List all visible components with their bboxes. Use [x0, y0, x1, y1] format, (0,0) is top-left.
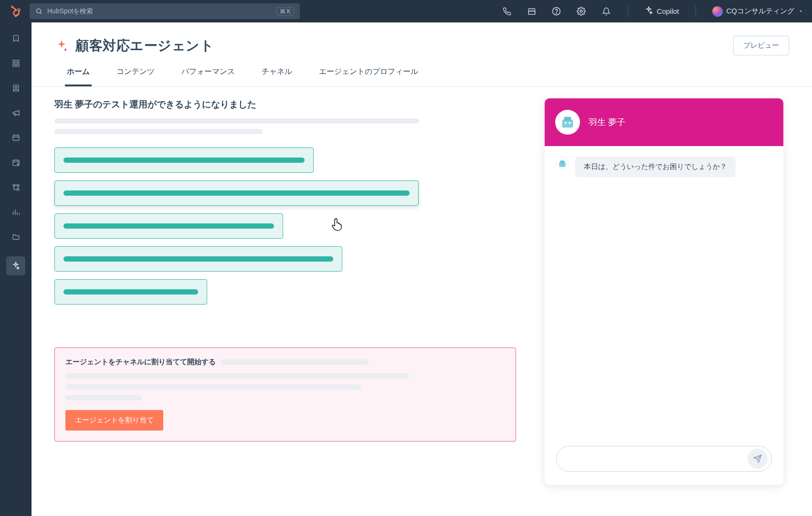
svg-point-25: [565, 122, 567, 124]
assign-agent-button[interactable]: エージェントを割り当て: [65, 410, 163, 431]
global-search[interactable]: HubSpotを検索 ⌘ K: [30, 3, 300, 19]
suggestion-pill[interactable]: [54, 147, 314, 173]
sparkle-icon: [644, 6, 653, 16]
suggestion-pill[interactable]: [54, 180, 419, 206]
chevron-down-icon: [798, 7, 803, 15]
chat-header: 羽生 夢子: [545, 98, 783, 146]
chat-input[interactable]: [556, 446, 772, 472]
svg-rect-24: [564, 117, 571, 121]
suggestion-skeleton-bar: [63, 223, 274, 229]
tab-home[interactable]: ホーム: [65, 67, 92, 86]
left-column: 羽生 夢子のテスト運用ができるようになりました エージェントをチャネルに割り当て…: [54, 98, 516, 485]
settings-icon[interactable]: [576, 6, 587, 17]
content: 羽生 夢子のテスト運用ができるようになりました エージェントをチャネルに割り当て…: [32, 87, 812, 499]
suggestion-pill[interactable]: [54, 279, 207, 305]
svg-line-7: [40, 12, 42, 14]
right-column: 羽生 夢子 本日は、どういった件でお困りでしょうか？: [545, 98, 783, 485]
notifications-icon[interactable]: [601, 6, 612, 17]
msg-avatar-icon: [555, 157, 569, 171]
chat-input-area: [545, 436, 783, 485]
svg-point-20: [13, 184, 15, 186]
assign-title: エージェントをチャネルに割り当てて開始する: [65, 358, 216, 367]
reports-icon[interactable]: [11, 207, 21, 217]
apps-icon[interactable]: [11, 58, 21, 68]
svg-point-10: [580, 10, 582, 12]
chat-greeting-bubble: 本日は、どういった件でお困りでしょうか？: [575, 157, 736, 177]
tab-profile[interactable]: エージェントのプロフィール: [317, 67, 420, 86]
svg-point-5: [15, 15, 17, 17]
shopping-icon[interactable]: [11, 132, 21, 143]
left-rail: [0, 22, 32, 516]
main: 顧客対応エージェント プレビュー ホーム コンテンツ パフォーマンス チャネル …: [32, 22, 812, 516]
ai-icon[interactable]: [6, 256, 25, 275]
chat-body: 本日は、どういった件でお困りでしょうか？: [545, 146, 783, 436]
svg-rect-13: [13, 63, 15, 66]
chat message: 本日は、どういった件でお困りでしょうか？: [555, 157, 773, 177]
preview-button[interactable]: プレビュー: [733, 36, 789, 55]
assign-channel-card: エージェントをチャネルに割り当てて開始する エージェントを割り当て: [54, 348, 516, 442]
suggestion-skeleton-bar: [63, 256, 333, 262]
skeleton-description: [54, 118, 516, 134]
send-button[interactable]: [748, 449, 768, 469]
test-heading: 羽生 夢子のテスト運用ができるようになりました: [54, 98, 516, 111]
breeze-sparkle-icon: [54, 39, 69, 53]
copilot-button[interactable]: Copilot: [644, 6, 679, 16]
help-icon[interactable]: [551, 6, 562, 17]
account-label: CQコンサルティング: [727, 7, 795, 16]
svg-rect-28: [560, 160, 564, 163]
divider: [628, 6, 628, 17]
divider: [696, 6, 696, 17]
page-header: 顧客対応エージェント プレビュー: [32, 22, 812, 55]
account-avatar-icon: [712, 6, 723, 17]
svg-point-3: [11, 6, 13, 8]
tab-performance[interactable]: パフォーマンス: [179, 67, 237, 86]
suggestion-pill[interactable]: [54, 213, 283, 239]
tabs: ホーム コンテンツ パフォーマンス チャネル エージェントのプロフィール: [32, 55, 812, 87]
top-icon-group: Copilot CQコンサルティング: [502, 6, 803, 17]
agent-avatar-icon: [555, 110, 580, 135]
page-title: 顧客対応エージェント: [75, 37, 214, 55]
search-icon: [35, 8, 42, 15]
suggestion-skeleton-bar: [63, 158, 305, 163]
contact-icon[interactable]: [11, 83, 21, 93]
tab-content[interactable]: コンテンツ: [115, 67, 157, 86]
chat-input-field[interactable]: [565, 455, 748, 463]
calendar-icon[interactable]: [11, 157, 21, 168]
svg-point-19: [17, 163, 19, 165]
suggestion-skeleton-bar: [63, 190, 410, 196]
account-menu[interactable]: CQコンサルティング: [712, 6, 804, 17]
svg-rect-14: [16, 63, 19, 66]
suggestion-list: [54, 147, 516, 305]
bookmark-icon[interactable]: [11, 33, 21, 43]
hubspot-logo-icon[interactable]: [9, 4, 23, 19]
copilot-label: Copilot: [657, 7, 679, 15]
svg-point-6: [37, 9, 41, 13]
marketplace-icon[interactable]: [527, 6, 537, 17]
svg-point-22: [17, 184, 19, 186]
phone-icon[interactable]: [502, 6, 512, 17]
svg-rect-12: [16, 60, 19, 63]
tab-channels[interactable]: チャネル: [260, 67, 294, 86]
search-placeholder: HubSpotを検索: [47, 7, 272, 16]
svg-rect-11: [13, 60, 15, 63]
suggestion-pill[interactable]: [54, 246, 342, 272]
chat-preview-panel: 羽生 夢子 本日は、どういった件でお困りでしょうか？: [545, 98, 783, 485]
chat-agent-name: 羽生 夢子: [589, 116, 625, 128]
folder-icon[interactable]: [11, 232, 21, 242]
svg-point-9: [556, 13, 557, 13]
svg-rect-17: [13, 135, 19, 140]
search-kbd: ⌘ K: [276, 7, 294, 16]
svg-point-1: [18, 9, 20, 11]
svg-point-21: [17, 188, 19, 190]
megaphone-icon[interactable]: [11, 107, 21, 118]
suggestion-skeleton-bar: [63, 289, 198, 295]
svg-point-26: [569, 122, 570, 124]
svg-point-16: [15, 86, 17, 88]
workflow-icon[interactable]: [11, 182, 21, 192]
top-header: HubSpotを検索 ⌘ K Copilot CQコンサルティング: [0, 0, 812, 22]
